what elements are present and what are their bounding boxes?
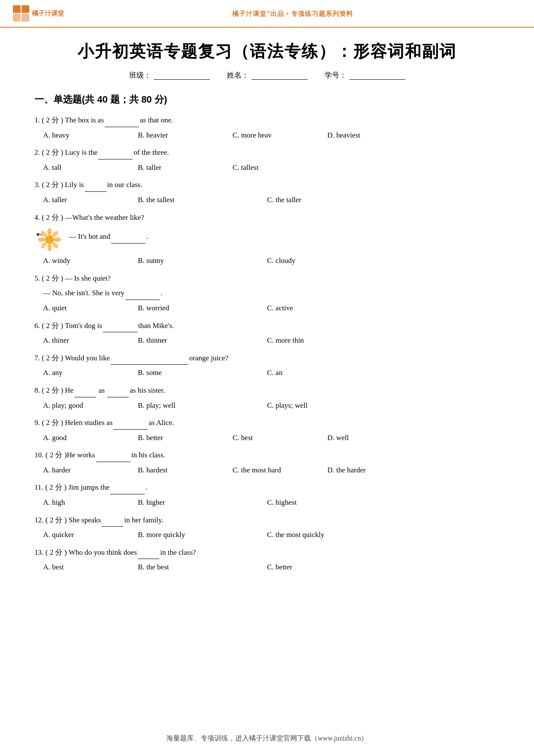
svg-rect-2 — [13, 14, 21, 22]
q11-optB: B. higher — [138, 496, 267, 509]
question-12: 12. ( 2 分 ) She speaksin her family. A. … — [34, 514, 500, 542]
q6-blank — [103, 332, 137, 332]
q2-stem: 2. ( 2 分 ) Lucy is theof the three. — [34, 146, 500, 159]
q8-stem: 8. ( 2 分 ) He as as his sister. — [34, 384, 500, 397]
q7-optB: B. some — [138, 366, 267, 380]
footer-text: 海量题库、专项训练，进入橘子汁课堂官网下载（www.juzizhi.cn） — [166, 734, 368, 742]
id-input[interactable] — [349, 71, 405, 80]
q3-optA: A. taller — [43, 194, 138, 207]
q3-optB: B. the tallest — [138, 194, 267, 207]
q6-options: A. thiner B. thinner C. more thin — [34, 334, 500, 347]
logo-icon — [13, 5, 29, 22]
svg-point-5 — [47, 228, 52, 236]
q7-options: A. any B. some C. an — [34, 366, 500, 380]
question-2: 2. ( 2 分 ) Lucy is theof the three. A. t… — [34, 146, 500, 174]
q7-optC: C. an — [267, 366, 362, 380]
q1-optC: C. more heav — [233, 129, 327, 142]
q4-response: — It's hot and. — [69, 227, 148, 244]
svg-point-6 — [47, 244, 52, 251]
question-7: 7. ( 2 分 ) Would you likeorange juice? A… — [34, 352, 500, 380]
q10-stem: 10. ( 2 分 )He worksin his class. — [34, 449, 500, 462]
q13-optB: B. the best — [138, 561, 267, 574]
q7-optA: A. any — [43, 366, 138, 380]
svg-rect-0 — [13, 5, 21, 13]
q11-optA: A. high — [43, 496, 138, 509]
q3-stem: 3. ( 2 分 ) Lily isin our class. — [34, 178, 500, 192]
logo: 橘子汁课堂 — [13, 5, 64, 22]
q1-optD: D. heaviest — [327, 129, 422, 142]
name-input[interactable] — [251, 71, 307, 80]
q5-blank — [125, 300, 160, 300]
q12-optA: A. quicker — [43, 528, 138, 542]
q8-options: A. play; good B. play; well C. plays; we… — [34, 399, 500, 412]
section1-header: 一、单选题(共 40 题；共 80 分) — [34, 93, 500, 106]
svg-point-13 — [37, 233, 39, 236]
class-field: 班级： — [129, 70, 210, 80]
q11-stem: 11. ( 2 分 ) Jim jumps the. — [34, 481, 500, 494]
q4-blank — [111, 243, 146, 244]
q5-optC: C. active — [267, 302, 362, 315]
question-1: 1. ( 2 分 ) The box is asas that one. A. … — [34, 114, 500, 142]
q5-options: A. quiet B. worried C. active — [34, 302, 500, 315]
q12-blank — [102, 526, 123, 527]
q8-optC: C. plays; well — [267, 399, 362, 412]
question-3: 3. ( 2 分 ) Lily isin our class. A. talle… — [34, 178, 500, 206]
weather-image — [34, 227, 65, 253]
q3-options: A. taller B. the tallest C. the taller — [34, 194, 500, 207]
q4-optC: C. cloudy — [267, 254, 362, 268]
question-8: 8. ( 2 分 ) He as as his sister. A. play;… — [34, 384, 500, 412]
q1-blank — [105, 127, 139, 127]
q13-blank — [138, 559, 159, 559]
class-label: 班级： — [129, 70, 151, 80]
q12-optC: C. the most quickly — [267, 528, 362, 542]
question-10: 10. ( 2 分 )He worksin his class. A. hard… — [34, 449, 500, 477]
q9-optA: A. good — [43, 431, 138, 445]
q9-options: A. good B. better C. best D. well — [34, 431, 500, 445]
q6-optB: B. thinner — [138, 334, 267, 347]
q13-optA: A. best — [43, 561, 138, 574]
question-13: 13. ( 2 分 ) Who do you think doesin the … — [34, 546, 500, 574]
q1-optA: A. heavy — [43, 129, 138, 142]
q10-optC: C. the most hard — [233, 464, 327, 477]
question-6: 6. ( 2 分 ) Tom's dog isthan Mike's. A. t… — [34, 319, 500, 347]
q4-stem: 4. ( 2 分 ) —What's the weather like? — [34, 211, 500, 225]
q10-blank — [96, 462, 130, 462]
page-footer: 海量题库、专项训练，进入橘子汁课堂官网下载（www.juzizhi.cn） — [0, 734, 534, 743]
name-label: 姓名： — [227, 70, 249, 80]
q12-optB: B. more quickly — [138, 528, 267, 542]
q9-blank — [113, 429, 148, 430]
q1-optB: B. heavier — [138, 129, 233, 142]
q8-blank1 — [75, 397, 96, 397]
q12-stem: 12. ( 2 分 ) She speaksin her family. — [34, 514, 500, 527]
q5-optA: A. quiet — [43, 302, 138, 315]
q1-stem: 1. ( 2 分 ) The box is asas that one. — [34, 114, 500, 127]
q7-stem: 7. ( 2 分 ) Would you likeorange juice? — [34, 352, 500, 365]
q13-optC: C. better — [267, 561, 362, 574]
q8-optA: A. play; good — [43, 399, 138, 412]
header-title: 橘子汁课堂®出品 • 专项练习题系列资料 — [64, 9, 521, 18]
q13-options: A. best B. the best C. better — [34, 561, 500, 574]
class-input[interactable] — [154, 71, 210, 80]
q4-options: A. windy B. sunny C. cloudy — [34, 254, 500, 268]
svg-rect-1 — [22, 5, 29, 13]
form-row: 班级： 姓名： 学号： — [34, 70, 500, 80]
svg-point-7 — [38, 237, 46, 242]
question-4: 4. ( 2 分 ) —What's the weather like? — [34, 211, 500, 268]
q12-options: A. quicker B. more quickly C. the most q… — [34, 528, 500, 542]
page-header: 橘子汁课堂 橘子汁课堂®出品 • 专项练习题系列资料 — [0, 0, 534, 28]
q2-optC: C. tallest — [233, 161, 327, 175]
question-9: 9. ( 2 分 ) Helen studies asas Alice. A. … — [34, 416, 500, 444]
q4-optB: B. sunny — [138, 254, 267, 268]
weather-icon — [36, 227, 64, 253]
q4-weather-area: — It's hot and. — [34, 227, 500, 253]
q3-optC: C. the taller — [267, 194, 362, 207]
q9-optB: B. better — [138, 431, 233, 445]
q2-optA: A. tall — [43, 161, 138, 175]
name-field: 姓名： — [227, 70, 307, 80]
q10-optD: D. the harder — [327, 464, 422, 477]
svg-point-8 — [53, 237, 61, 242]
q13-stem: 13. ( 2 分 ) Who do you think doesin the … — [34, 546, 500, 559]
q3-blank — [85, 191, 106, 192]
q5-optB: B. worried — [138, 302, 267, 315]
q7-blank — [111, 364, 188, 365]
